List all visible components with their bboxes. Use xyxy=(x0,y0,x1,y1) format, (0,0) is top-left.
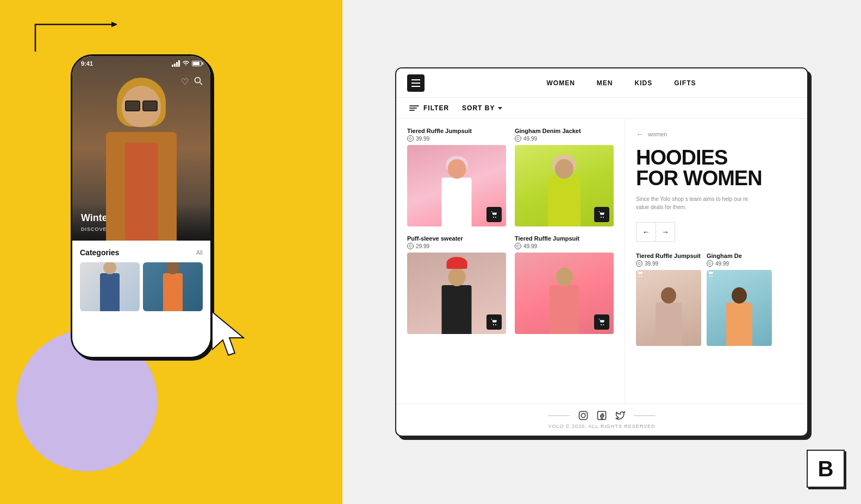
twitter-icon[interactable] xyxy=(615,411,625,420)
prev-arrow-button[interactable]: ← xyxy=(636,222,656,242)
phone-mockup: 9:41 xyxy=(71,54,212,358)
cart-button-3[interactable] xyxy=(486,314,502,330)
status-icons xyxy=(172,60,202,67)
product-price-3: © 29.99 xyxy=(407,243,506,249)
hamburger-line-2 xyxy=(411,83,420,84)
back-arrow-icon[interactable]: ← xyxy=(636,130,644,138)
product-title-4: Tiered Ruffle Jumpsuit xyxy=(515,235,614,242)
hoodies-title: HOODIES FOR WOMEN xyxy=(636,147,796,188)
svg-line-2 xyxy=(200,83,203,85)
breadcrumb-label: women xyxy=(648,131,667,137)
more-product-1: Tiered Ruffle Jumpsuit © 39.99 xyxy=(636,253,701,346)
cart-button-4[interactable] xyxy=(594,314,609,330)
product-price-4: © 49.99 xyxy=(515,243,614,249)
category-item-1[interactable] xyxy=(80,262,140,311)
nav-kids[interactable]: KIDS xyxy=(634,79,652,87)
filter-button[interactable]: FILTER xyxy=(409,104,449,112)
left-panel: 9:41 xyxy=(0,0,342,504)
product-title-1: Tiered Ruffle Jumpsuit xyxy=(407,128,506,134)
svg-point-11 xyxy=(603,324,604,325)
more-product-title-1: Tiered Ruffle Jumpsuit xyxy=(636,253,701,259)
product-price-1: © 39.99 xyxy=(407,135,506,142)
b-logo: B xyxy=(807,450,845,488)
sort-button[interactable]: SORT BY xyxy=(462,104,502,112)
svg-marker-3 xyxy=(212,312,244,355)
cart-button-2[interactable] xyxy=(594,207,609,222)
product-image-1 xyxy=(407,145,506,226)
svg-point-6 xyxy=(601,217,602,218)
filter-lines-icon xyxy=(409,105,419,111)
product-image-4 xyxy=(515,253,614,334)
right-panel: WOMEN MEN KIDS GIFTS FILTER SORT BY xyxy=(342,0,861,504)
product-card-4: Tiered Ruffle Jumpsuit © 49.99 xyxy=(515,235,614,334)
hero-icons: ♡ xyxy=(181,77,203,87)
svg-point-13 xyxy=(641,276,642,277)
instagram-icon[interactable] xyxy=(578,411,588,420)
svg-point-10 xyxy=(601,324,602,325)
more-product-title-2: Gingham De xyxy=(707,253,772,259)
desktop-footer: YOLO © 2020. ALL RIGHTS RESERVED xyxy=(396,404,807,436)
signal-icon xyxy=(172,60,180,67)
svg-marker-0 xyxy=(111,22,117,27)
sort-label: SORT BY xyxy=(462,104,495,112)
breadcrumb: ← women xyxy=(636,130,796,138)
product-card-1: Tiered Ruffle Jumpsuit © 39.99 xyxy=(407,128,506,226)
svg-point-5 xyxy=(495,217,496,218)
categories-grid xyxy=(80,262,203,311)
svg-point-14 xyxy=(709,276,710,277)
more-product-2: Gingham De © 49.99 xyxy=(707,253,772,346)
hoodies-panel: ← women HOODIES FOR WOMEN Since the Yolo… xyxy=(625,119,807,404)
svg-point-1 xyxy=(195,78,201,83)
products-area: Tiered Ruffle Jumpsuit © 39.99 xyxy=(396,119,625,404)
cursor-arrow xyxy=(212,312,255,363)
more-product-image-1 xyxy=(636,270,701,346)
cart-button-1[interactable] xyxy=(486,207,502,222)
more-product-image-2 xyxy=(707,270,772,346)
search-icon-hero[interactable] xyxy=(194,77,203,87)
cart-button-more-2[interactable] xyxy=(707,270,772,280)
more-products-row: Tiered Ruffle Jumpsuit © 39.99 xyxy=(636,253,796,346)
hamburger-menu[interactable] xyxy=(407,74,425,92)
product-card-2: Gingham Denim Jacket © 49.99 xyxy=(515,128,614,226)
nav-arrows: ← → xyxy=(636,222,796,242)
wifi-icon xyxy=(182,61,190,66)
price-icon-4: © xyxy=(515,243,521,249)
next-arrow-button[interactable]: → xyxy=(656,222,675,242)
price-icon: © xyxy=(407,135,414,142)
product-image-2 xyxy=(515,145,614,226)
chevron-down-icon xyxy=(498,107,502,110)
social-line-right xyxy=(634,415,656,416)
desktop-content: Tiered Ruffle Jumpsuit © 39.99 xyxy=(396,119,807,404)
product-title-3: Puff-sleeve sweater xyxy=(407,235,506,242)
svg-rect-16 xyxy=(579,412,588,420)
battery-icon xyxy=(192,61,202,66)
wishlist-icon[interactable]: ♡ xyxy=(181,77,189,87)
categories-title: Categories xyxy=(80,248,119,257)
category-item-2[interactable] xyxy=(143,262,203,311)
more-product-price-2: © 49.99 xyxy=(707,260,772,267)
hamburger-line-3 xyxy=(411,86,420,87)
product-title-2: Gingham Denim Jacket xyxy=(515,128,614,134)
nav-gifts[interactable]: GIFTS xyxy=(674,79,696,87)
svg-point-8 xyxy=(493,324,494,325)
phone-status-bar: 9:41 xyxy=(72,56,210,69)
phone-hero: ♡ Winter Collection DISCOVER › xyxy=(72,56,210,241)
price-icon-2: © xyxy=(515,135,521,142)
categories-all-link[interactable]: All xyxy=(196,249,203,256)
nav-women[interactable]: WOMEN xyxy=(546,79,575,87)
footer-copyright: YOLO © 2020. ALL RIGHTS RESERVED xyxy=(548,424,655,429)
cart-button-more-1[interactable] xyxy=(636,270,701,280)
svg-point-15 xyxy=(712,276,713,277)
price-icon-3: © xyxy=(407,243,414,249)
svg-point-18 xyxy=(585,413,586,414)
svg-point-17 xyxy=(581,413,585,418)
facebook-icon[interactable] xyxy=(597,411,607,420)
nav-items: WOMEN MEN KIDS GIFTS xyxy=(446,79,796,87)
svg-point-7 xyxy=(603,217,604,218)
nav-men[interactable]: MEN xyxy=(597,79,613,87)
svg-point-12 xyxy=(639,276,640,277)
product-card-3: Puff-sleeve sweater © 29.99 xyxy=(407,235,506,334)
categories-header: Categories All xyxy=(80,248,203,257)
svg-point-4 xyxy=(493,217,494,218)
product-price-2: © 49.99 xyxy=(515,135,614,142)
